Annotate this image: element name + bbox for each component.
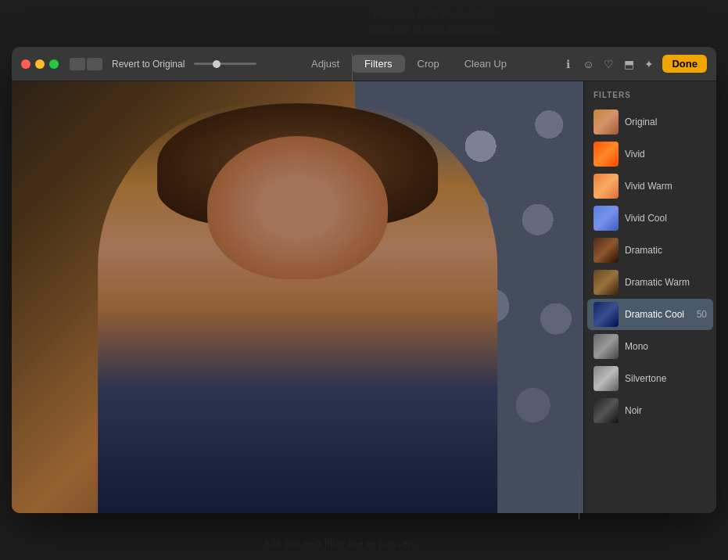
slider-container — [194, 63, 256, 65]
filter-label-dramatic-warm: Dramatic Warm — [625, 277, 707, 288]
filters-panel: FILTERS Original Vivid Vivid Warm Vivid … — [583, 81, 716, 513]
filter-item-dramatic-cool[interactable]: Dramatic Cool 50 — [587, 299, 713, 330]
filter-label-mono: Mono — [625, 341, 707, 352]
filter-thumb-dramatic-warm — [594, 270, 619, 295]
filter-item-silvertone[interactable]: Silvertone — [587, 363, 713, 394]
filter-list: Original Vivid Vivid Warm Vivid Cool Dra — [584, 106, 716, 426]
annotation-bottom: Klik om een filter toe te passen. — [78, 537, 603, 552]
info-icon[interactable]: ℹ — [561, 57, 575, 71]
face-icon[interactable]: ☺ — [581, 57, 595, 71]
filter-label-dramatic: Dramatic — [625, 245, 707, 256]
filter-label-vivid-cool: Vivid Cool — [625, 213, 707, 224]
filter-item-noir[interactable]: Noir — [587, 395, 713, 426]
filter-label-noir: Noir — [625, 405, 707, 416]
filter-thumb-dramatic — [594, 238, 619, 263]
more-icon[interactable]: ✦ — [642, 57, 656, 71]
filter-thumb-mono — [594, 334, 619, 359]
filter-item-mono[interactable]: Mono — [587, 331, 713, 362]
content-area: FILTERS Original Vivid Vivid Warm Vivid … — [12, 81, 716, 513]
titlebar: Revert to Original Adjust Filters Crop C… — [12, 47, 716, 81]
filter-thumb-vivid-warm — [594, 174, 619, 199]
revert-button[interactable]: Revert to Original — [112, 59, 185, 70]
filter-thumb-original — [594, 109, 619, 135]
filter-item-vivid-warm[interactable]: Vivid Warm — [587, 171, 713, 202]
filter-label-silvertone: Silvertone — [625, 373, 707, 384]
photo-background — [12, 81, 583, 513]
zoom-slider[interactable] — [194, 63, 256, 65]
annotation-top: Hiermee geef je de filters weer die je k… — [266, 6, 603, 37]
single-view-button[interactable] — [70, 58, 85, 70]
filters-title: FILTERS — [584, 81, 716, 106]
filter-label-original: Original — [625, 117, 707, 127]
filter-overlay — [12, 81, 583, 513]
nav-tabs: Adjust Filters Crop Clean Up — [299, 55, 519, 73]
app-window: Revert to Original Adjust Filters Crop C… — [12, 47, 716, 513]
filter-thumb-vivid-cool — [594, 206, 619, 231]
filter-item-vivid-cool[interactable]: Vivid Cool — [587, 203, 713, 234]
photo-area — [12, 81, 583, 513]
done-button[interactable]: Done — [662, 55, 707, 73]
filter-value-dramatic-cool: 50 — [697, 309, 707, 320]
filter-item-vivid[interactable]: Vivid — [587, 138, 713, 170]
heart-icon[interactable]: ♡ — [601, 57, 615, 71]
filter-thumb-noir — [594, 398, 619, 423]
filter-item-original[interactable]: Original — [587, 106, 713, 138]
toolbar-right: ℹ ☺ ♡ ⬒ ✦ Done — [561, 55, 707, 73]
minimize-button[interactable] — [35, 59, 45, 69]
filter-item-dramatic[interactable]: Dramatic — [587, 235, 713, 266]
tab-adjust[interactable]: Adjust — [299, 55, 352, 73]
compare-view-button[interactable] — [87, 58, 102, 70]
tab-filters[interactable]: Filters — [352, 55, 404, 73]
filter-thumb-silvertone — [594, 366, 619, 391]
filter-thumb-vivid — [594, 142, 619, 167]
view-toggle — [70, 58, 102, 70]
close-button[interactable] — [21, 59, 30, 69]
share-icon[interactable]: ⬒ — [622, 57, 636, 71]
tab-cleanup[interactable]: Clean Up — [452, 55, 519, 73]
traffic-lights — [21, 59, 59, 69]
maximize-button[interactable] — [49, 59, 59, 69]
zoom-thumb — [213, 60, 221, 68]
tab-crop[interactable]: Crop — [405, 55, 452, 73]
filter-label-vivid: Vivid — [625, 149, 707, 160]
filter-thumb-dramatic-cool — [594, 302, 619, 327]
filter-item-dramatic-warm[interactable]: Dramatic Warm — [587, 267, 713, 298]
filter-label-vivid-warm: Vivid Warm — [625, 181, 707, 192]
filter-label-dramatic-cool: Dramatic Cool — [625, 309, 690, 320]
